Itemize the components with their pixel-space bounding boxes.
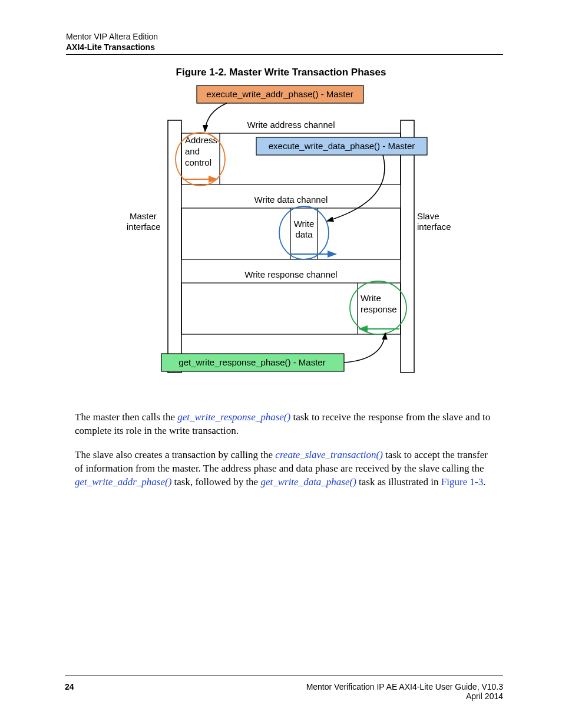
p2-c: task, followed by the [171,476,260,487]
link-figure-1-3[interactable]: Figure 1-3 [441,476,483,487]
header-line-2: AXI4-Lite Transactions [66,42,503,53]
label-write-resp-2: response [361,304,397,314]
label-exec-write-data: execute_write_data_phase() - Master [269,141,415,151]
p2-e: . [483,476,485,487]
header-line-1: Mentor VIP Altera Edition [66,32,503,42]
arrow-addrbox-to-circle [205,103,227,131]
footer-date: April 2014 [306,691,503,701]
label-exec-write-addr: execute_write_addr_phase() - Master [206,89,353,99]
label-addr-ctrl-2: and [185,146,200,156]
body-text: The master then calls the get_write_resp… [75,411,494,499]
master-interface-bar [168,120,181,373]
arrow-respbox-to-circle [344,333,385,363]
lane-write-data [181,208,401,259]
para-2: The slave also creates a transaction by … [75,449,494,489]
link-get-write-response-phase[interactable]: get_write_response_phase() [177,411,290,423]
label-write-resp-channel: Write response channel [244,269,337,279]
running-header: Mentor VIP Altera Edition AXI4-Lite Tran… [66,32,503,52]
label-write-addr-channel: Write address channel [247,120,335,130]
link-get-write-addr-phase[interactable]: get_write_addr_phase() [75,476,171,487]
label-master-2: interface [127,222,161,232]
arrow-databox-to-circle [327,155,385,221]
label-write-resp-1: Write [361,293,381,303]
figure-caption: Figure 1-2. Master Write Transaction Pha… [0,67,562,78]
slave-interface-bar [401,120,414,373]
label-slave-2: interface [417,222,451,232]
footer-rule [65,676,503,676]
footer: 24 Mentor Verification IP AE AXI4-Lite U… [65,682,503,701]
label-master-1: Master [130,211,157,221]
p2-d: task as illustrated in [356,476,441,487]
label-write-data-2: data [295,229,313,239]
page: Mentor VIP Altera Edition AXI4-Lite Tran… [0,0,562,728]
footer-title: Mentor Verification IP AE AXI4-Lite User… [306,682,503,691]
label-write-data-1: Write [294,219,315,229]
p2-a: The slave also creates a transaction by … [75,449,275,460]
page-number: 24 [65,682,74,691]
label-get-write-resp: get_write_response_phase() - Master [178,357,325,367]
p1-a: The master then calls the [75,411,177,423]
label-slave-1: Slave [417,211,439,221]
figure-diagram: Master interface Slave interface execute… [124,83,465,395]
label-write-data-channel: Write data channel [254,195,328,205]
header-rule [66,54,503,55]
link-get-write-data-phase[interactable]: get_write_data_phase() [260,476,356,487]
link-create-slave-transaction[interactable]: create_slave_transaction() [275,449,383,460]
label-addr-ctrl-3: control [185,157,211,167]
para-1: The master then calls the get_write_resp… [75,411,494,438]
